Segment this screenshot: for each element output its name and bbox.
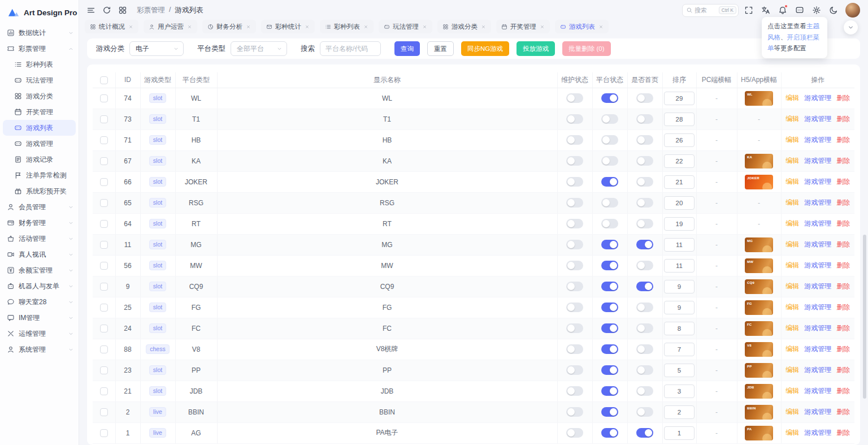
close-icon[interactable] (363, 24, 368, 29)
edit-link[interactable]: 编辑 (785, 386, 799, 396)
dark-mode-moon-icon[interactable] (826, 3, 840, 17)
scrollbar-thumb[interactable] (863, 235, 866, 399)
platform-status-toggle[interactable] (601, 303, 618, 312)
homepage-toggle[interactable] (636, 303, 653, 312)
homepage-toggle[interactable] (636, 219, 653, 228)
homepage-toggle[interactable] (636, 344, 653, 354)
notification-bell-icon[interactable] (775, 3, 789, 17)
tab-finance-analysis[interactable]: 财务分析 (202, 20, 256, 33)
edit-link[interactable]: 编辑 (785, 282, 799, 291)
sort-input[interactable] (664, 238, 695, 252)
game-manage-link[interactable]: 游戏管理 (804, 303, 831, 312)
maintenance-toggle[interactable] (566, 261, 583, 270)
homepage-toggle[interactable] (636, 323, 653, 333)
sort-input[interactable] (664, 113, 695, 126)
edit-link[interactable]: 编辑 (785, 156, 799, 166)
platform-status-toggle[interactable] (601, 156, 618, 166)
tab-game-category[interactable]: 游戏分类 (437, 20, 491, 33)
close-icon[interactable] (128, 24, 133, 29)
game-manage-link[interactable]: 游戏管理 (804, 282, 831, 291)
row-checkbox[interactable] (100, 345, 108, 353)
edit-link[interactable]: 编辑 (785, 428, 799, 438)
edit-link[interactable]: 编辑 (785, 261, 799, 270)
maintenance-toggle[interactable] (566, 282, 583, 291)
edit-link[interactable]: 编辑 (785, 93, 799, 103)
row-checkbox[interactable] (100, 115, 108, 123)
homepage-toggle[interactable] (636, 428, 653, 438)
maintenance-toggle[interactable] (566, 240, 583, 249)
sidebar-item-lottery-list[interactable]: 彩种列表 (3, 57, 76, 72)
maintenance-toggle[interactable] (566, 219, 583, 228)
row-checkbox[interactable] (100, 157, 108, 165)
game-manage-link[interactable]: 游戏管理 (804, 407, 831, 417)
sidebar-item-game-records[interactable]: 游戏记录 (3, 152, 76, 167)
sort-input[interactable] (664, 405, 695, 419)
global-search-input[interactable]: 搜索 Ctrl K (682, 4, 739, 17)
homepage-toggle[interactable] (636, 114, 653, 124)
sidebar-item-stats[interactable]: 数据统计 (0, 25, 79, 41)
message-icon[interactable] (792, 3, 806, 17)
homepage-toggle[interactable] (636, 407, 653, 417)
sidebar-item-bet-anomaly[interactable]: 注单异常检测 (3, 167, 76, 183)
delete-link[interactable]: 删除 (836, 114, 850, 124)
query-button[interactable]: 查询 (394, 41, 420, 56)
platform-status-toggle[interactable] (601, 428, 618, 438)
close-icon[interactable] (305, 24, 310, 29)
edit-link[interactable]: 编辑 (785, 198, 799, 208)
batch-delete-button[interactable]: 批量删除 (0) (562, 41, 610, 56)
sync-ng-games-button[interactable]: 同步NG游戏 (461, 41, 509, 56)
row-checkbox[interactable] (100, 220, 108, 228)
delete-link[interactable]: 删除 (836, 135, 850, 145)
row-checkbox[interactable] (100, 325, 108, 332)
platform-status-toggle[interactable] (601, 93, 618, 103)
homepage-toggle[interactable] (636, 365, 653, 375)
homepage-toggle[interactable] (636, 198, 653, 208)
sort-input[interactable] (664, 343, 695, 356)
maintenance-toggle[interactable] (566, 93, 583, 103)
homepage-toggle[interactable] (636, 240, 653, 249)
close-icon[interactable] (481, 24, 486, 29)
sidebar-item-im[interactable]: IM管理 (0, 310, 79, 326)
edit-link[interactable]: 编辑 (785, 323, 799, 333)
sort-input[interactable] (664, 301, 695, 314)
sidebar-item-play-manage[interactable]: 玩法管理 (3, 72, 76, 88)
game-manage-link[interactable]: 游戏管理 (804, 198, 831, 208)
delete-link[interactable]: 删除 (836, 365, 850, 375)
platform-status-toggle[interactable] (601, 407, 618, 417)
platform-status-toggle[interactable] (601, 198, 618, 208)
sort-input[interactable] (664, 322, 695, 335)
avatar[interactable] (845, 3, 860, 18)
delete-link[interactable]: 删除 (836, 240, 850, 249)
sort-input[interactable] (664, 384, 695, 398)
row-checkbox[interactable] (100, 283, 108, 291)
row-checkbox[interactable] (100, 178, 108, 186)
edit-link[interactable]: 编辑 (785, 114, 799, 124)
row-checkbox[interactable] (100, 199, 108, 207)
game-manage-link[interactable]: 游戏管理 (804, 323, 831, 333)
close-icon[interactable] (598, 24, 604, 29)
sidebar-item-members[interactable]: 会员管理 (0, 199, 79, 215)
game-manage-link[interactable]: 游戏管理 (804, 365, 831, 375)
edit-link[interactable]: 编辑 (785, 219, 799, 228)
sidebar-item-system-predraw[interactable]: 系统彩预开奖 (3, 183, 76, 199)
refresh-icon[interactable] (99, 3, 114, 17)
tab-lottery-stats[interactable]: 彩种统计 (261, 20, 315, 33)
sort-input[interactable] (664, 154, 695, 168)
tab-stats-overview[interactable]: 统计概况 (85, 20, 138, 33)
platform-status-toggle[interactable] (601, 282, 618, 291)
game-manage-link[interactable]: 游戏管理 (804, 344, 831, 354)
homepage-toggle[interactable] (636, 135, 653, 145)
game-manage-link[interactable]: 游戏管理 (804, 240, 831, 249)
game-manage-link[interactable]: 游戏管理 (804, 261, 831, 270)
app-logo[interactable]: Art Design Pro (0, 0, 79, 25)
maintenance-toggle[interactable] (566, 135, 583, 145)
homepage-toggle[interactable] (636, 177, 653, 187)
sidebar-item-ops[interactable]: 运维管理 (0, 326, 79, 342)
row-checkbox[interactable] (100, 408, 108, 416)
platform-status-toggle[interactable] (601, 177, 618, 187)
sidebar-item-finance[interactable]: 财务管理 (0, 215, 79, 231)
homepage-toggle[interactable] (636, 261, 653, 270)
edit-link[interactable]: 编辑 (785, 365, 799, 375)
select-all-checkbox[interactable] (100, 76, 108, 84)
maintenance-toggle[interactable] (566, 156, 583, 166)
